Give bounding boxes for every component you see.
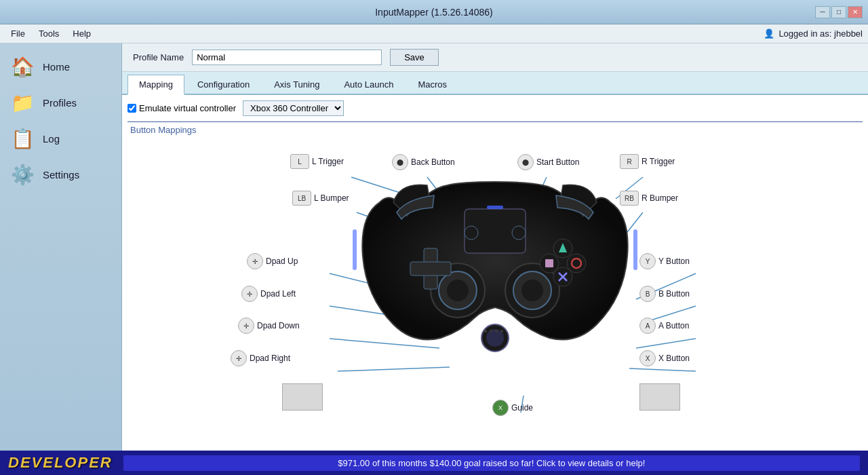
menu-bar: File Tools Help 👤 Logged in as: jhebbel (0, 24, 868, 43)
user-icon: 👤 (764, 28, 774, 39)
svg-point-34 (465, 226, 478, 240)
guide-icon: X (492, 400, 509, 416)
sidebar-label-profiles: Profiles (43, 97, 77, 109)
svg-point-39 (490, 330, 492, 332)
sidebar-item-settings[interactable]: ⚙️ Settings (0, 157, 121, 193)
svg-point-35 (512, 226, 526, 240)
svg-rect-33 (545, 259, 553, 267)
svg-rect-24 (410, 262, 451, 276)
svg-rect-16 (487, 206, 503, 209)
svg-rect-42 (353, 229, 357, 270)
virtual-ctrl-label[interactable]: Emulate virtual controller (127, 103, 236, 113)
dpad-up-label[interactable]: ✛ Dpad Up (247, 253, 298, 269)
guide-label[interactable]: X Guide (492, 400, 533, 416)
profile-row: Profile Name Save (122, 43, 868, 72)
main-layout: 🏠 Home 📁 Profiles 📋 Log ⚙️ Settings Prof… (0, 43, 868, 451)
profile-name-label: Profile Name (133, 52, 184, 62)
tab-mapping[interactable]: Mapping (127, 75, 184, 95)
tabs: Mapping Configuration Axis Tuning Auto L… (122, 72, 868, 95)
sidebar-label-home: Home (43, 61, 70, 73)
profiles-icon: 📁 (11, 92, 35, 114)
b-button-label[interactable]: B B Button (639, 286, 690, 302)
home-icon: 🏠 (11, 56, 35, 78)
virtual-ctrl-text: Emulate virtual controller (139, 103, 236, 113)
svg-point-22 (521, 280, 543, 301)
back-button-label[interactable]: ⬤ Back Button (392, 154, 455, 170)
start-btn-icon: ⬤ (517, 154, 534, 170)
dpad-left-label[interactable]: ✛ Dpad Left (241, 286, 296, 302)
y-button-icon: Y (639, 253, 656, 269)
controller-diagram: L L Trigger ⬤ Back Button ⬤ Start Button… (127, 138, 863, 423)
close-button[interactable]: ✕ (848, 6, 863, 18)
sidebar-item-profiles[interactable]: 📁 Profiles (0, 85, 121, 121)
menu-file[interactable]: File (5, 27, 31, 40)
user-label: Logged in as: jhebbel (778, 28, 863, 39)
sidebar-item-log[interactable]: 📋 Log (0, 121, 121, 157)
sidebar: 🏠 Home 📁 Profiles 📋 Log ⚙️ Settings (0, 43, 122, 451)
minimize-button[interactable]: ─ (815, 6, 830, 18)
tab-configuration[interactable]: Configuration (186, 75, 261, 94)
sidebar-item-home[interactable]: 🏠 Home (0, 49, 121, 85)
title-bar: InputMapper (1.5.26.14086) ─ □ ✕ (0, 0, 868, 24)
b-button-icon: B (639, 286, 656, 302)
svg-point-40 (495, 330, 498, 332)
status-message[interactable]: $971.00 of this months $140.00 goal rais… (123, 455, 860, 471)
left-bottom-slot[interactable] (282, 383, 323, 411)
l-bumper-icon: LB (292, 191, 311, 206)
window-controls: ─ □ ✕ (815, 6, 863, 18)
tab-macros[interactable]: Macros (406, 75, 458, 94)
dpad-down-icon: ✛ (238, 318, 254, 334)
l-bumper-label[interactable]: LB L Bumper (292, 191, 349, 206)
controller-image (353, 145, 637, 375)
start-button-label[interactable]: ⬤ Start Button (517, 154, 579, 170)
a-button-label[interactable]: A A Button (639, 318, 689, 334)
svg-line-13 (629, 368, 696, 371)
mapping-area: Emulate virtual controller Xbox 360 Cont… (122, 95, 868, 451)
y-button-label[interactable]: Y Y Button (639, 253, 690, 269)
x-button-label[interactable]: X X Button (639, 350, 690, 366)
button-mappings-label: Button Mappings (127, 121, 863, 135)
dpad-right-icon: ✛ (231, 350, 247, 366)
menu-tools[interactable]: Tools (33, 27, 64, 40)
virtual-ctrl-checkbox[interactable] (127, 104, 136, 113)
app-title: InputMapper (1.5.26.14086) (375, 7, 493, 18)
a-button-icon: A (639, 318, 656, 334)
profile-name-input[interactable] (192, 50, 382, 65)
sidebar-label-settings: Settings (43, 169, 79, 180)
menu-help[interactable]: Help (67, 27, 96, 40)
svg-point-19 (447, 280, 469, 301)
content-area: Profile Name Save Mapping Configuration … (122, 43, 868, 451)
svg-line-12 (636, 339, 696, 348)
dpad-right-label[interactable]: ✛ Dpad Right (231, 350, 290, 366)
save-button[interactable]: Save (390, 49, 439, 66)
r-trigger-icon: R (620, 154, 639, 169)
menu-items: File Tools Help (5, 27, 96, 40)
tab-axis-tuning[interactable]: Axis Tuning (262, 75, 331, 94)
sidebar-label-log: Log (43, 133, 60, 145)
maximize-button[interactable]: □ (831, 6, 846, 18)
back-btn-icon: ⬤ (392, 154, 408, 170)
r-bumper-label[interactable]: RB R Bumper (620, 191, 678, 206)
l-trigger-icon: L (290, 154, 309, 169)
l-trigger-label[interactable]: L L Trigger (290, 154, 344, 169)
virtual-ctrl-row: Emulate virtual controller Xbox 360 Cont… (127, 100, 863, 116)
status-bar: DEVELOPER $971.00 of this months $140.00… (0, 451, 868, 475)
user-info: 👤 Logged in as: jhebbel (764, 28, 863, 39)
x-button-icon: X (639, 350, 656, 366)
svg-point-41 (500, 330, 503, 332)
svg-rect-43 (633, 229, 637, 270)
log-icon: 📋 (11, 128, 35, 150)
dpad-left-icon: ✛ (241, 286, 258, 302)
r-trigger-label[interactable]: R R Trigger (620, 154, 675, 169)
r-bumper-icon: RB (620, 191, 639, 206)
controller-type-select[interactable]: Xbox 360 Controller DS4 Controller None (243, 100, 344, 116)
svg-point-38 (484, 330, 487, 332)
dpad-up-icon: ✛ (247, 253, 263, 269)
developer-text: DEVELOPER (8, 454, 113, 472)
settings-icon: ⚙️ (11, 164, 35, 186)
dpad-down-label[interactable]: ✛ Dpad Down (238, 318, 300, 334)
right-bottom-slot[interactable] (639, 383, 680, 411)
tab-auto-launch[interactable]: Auto Launch (332, 75, 405, 94)
